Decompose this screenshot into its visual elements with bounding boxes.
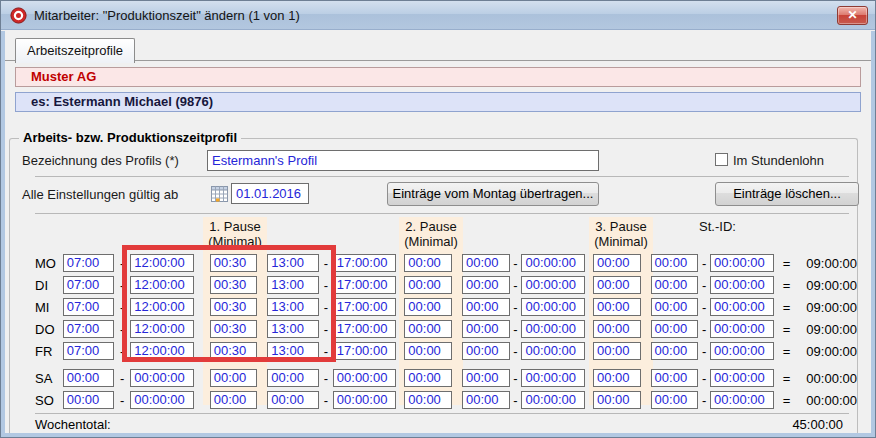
time-field-pause3[interactable]: 00:00 bbox=[593, 276, 641, 294]
time-field-pause2[interactable]: 00:00 bbox=[404, 369, 452, 387]
time-field-p3-end[interactable]: 00:00:00 bbox=[521, 342, 585, 360]
column-header-line: 3. Pause bbox=[589, 219, 653, 234]
range-dash: - bbox=[698, 344, 710, 359]
time-field-p1-end[interactable]: 12:00:00 bbox=[130, 298, 194, 316]
time-field-p2-end[interactable]: 00:00:00 bbox=[333, 369, 397, 387]
time-field-st-end[interactable]: 00:00:00 bbox=[710, 320, 774, 338]
hourly-wage-checkbox[interactable] bbox=[715, 153, 728, 166]
time-field-p3-end[interactable]: 00:00:00 bbox=[521, 254, 585, 272]
time-field-st-end[interactable]: 00:00:00 bbox=[710, 342, 774, 360]
time-field-p3-start[interactable]: 00:00 bbox=[462, 320, 510, 338]
time-field-st-end[interactable]: 00:00:00 bbox=[710, 276, 774, 294]
time-field-p2-end[interactable]: 00:00:00 bbox=[333, 391, 397, 409]
time-field-st-start[interactable]: 00:00 bbox=[651, 320, 699, 338]
time-field-p3-end[interactable]: 00:00:00 bbox=[521, 369, 585, 387]
time-field-p2-start[interactable]: 13:00 bbox=[267, 276, 319, 294]
close-button[interactable]: ✕ bbox=[837, 6, 868, 25]
range-dash: - bbox=[698, 278, 710, 293]
time-field-p2-start[interactable]: 13:00 bbox=[267, 320, 319, 338]
time-field-pause3[interactable]: 00:00 bbox=[593, 320, 641, 338]
calendar-icon[interactable] bbox=[211, 186, 228, 202]
time-field-p1-start[interactable]: 07:00 bbox=[63, 342, 115, 360]
time-field-p2-end[interactable]: 17:00:00 bbox=[333, 342, 397, 360]
time-field-p2-start[interactable]: 13:00 bbox=[267, 342, 319, 360]
time-field-st-end[interactable]: 00:00:00 bbox=[710, 298, 774, 316]
time-field-p2-start[interactable]: 00:00 bbox=[267, 391, 319, 409]
time-field-st-end[interactable]: 00:00:00 bbox=[710, 391, 774, 409]
time-field-st-end[interactable]: 00:00:00 bbox=[710, 369, 774, 387]
time-field-p3-start[interactable]: 00:00 bbox=[462, 342, 510, 360]
time-field-pause3[interactable]: 00:00 bbox=[593, 298, 641, 316]
time-field-p3-start[interactable]: 00:00 bbox=[462, 276, 510, 294]
time-field-pause1[interactable]: 00:30 bbox=[210, 342, 258, 360]
time-field-p2-end[interactable]: 17:00:00 bbox=[333, 254, 397, 272]
time-field-p2-start[interactable]: 13:00 bbox=[267, 298, 319, 316]
time-field-pause1[interactable]: 00:30 bbox=[210, 276, 258, 294]
time-field-p1-start[interactable]: 07:00 bbox=[63, 254, 115, 272]
time-field-st-start[interactable]: 00:00 bbox=[651, 342, 699, 360]
time-field-pause1[interactable]: 00:30 bbox=[210, 298, 258, 316]
time-field-pause3[interactable]: 00:00 bbox=[593, 369, 641, 387]
time-field-p3-start[interactable]: 00:00 bbox=[462, 391, 510, 409]
time-field-pause1[interactable]: 00:00 bbox=[210, 369, 258, 387]
time-field-pause3[interactable]: 00:00 bbox=[593, 254, 641, 272]
time-field-p1-start[interactable]: 00:00 bbox=[63, 369, 115, 387]
time-field-pause2[interactable]: 00:00 bbox=[404, 391, 452, 409]
time-field-pause2[interactable]: 00:00 bbox=[404, 276, 452, 294]
time-field-p1-end[interactable]: 12:00:00 bbox=[130, 320, 194, 338]
time-field-st-end[interactable]: 00:00:00 bbox=[710, 254, 774, 272]
time-field-p3-end[interactable]: 00:00:00 bbox=[521, 298, 585, 316]
column-header-pause2: 2. Pause (Minimal) bbox=[399, 219, 463, 249]
time-field-p3-end[interactable]: 00:00:00 bbox=[521, 276, 585, 294]
valid-from-date-input[interactable]: 01.01.2016 bbox=[231, 183, 309, 204]
time-field-p1-end[interactable]: 00:00:00 bbox=[130, 391, 194, 409]
equals-sign: = bbox=[780, 371, 794, 386]
time-field-p1-start[interactable]: 07:00 bbox=[63, 298, 115, 316]
range-dash: - bbox=[510, 393, 522, 408]
range-dash: - bbox=[319, 322, 333, 337]
time-field-st-start[interactable]: 00:00 bbox=[651, 298, 699, 316]
time-field-p2-start[interactable]: 13:00 bbox=[267, 254, 319, 272]
time-field-p2-end[interactable]: 17:00:00 bbox=[333, 320, 397, 338]
time-field-p1-end[interactable]: 12:00:00 bbox=[130, 254, 194, 272]
separator bbox=[35, 213, 849, 214]
time-field-p3-end[interactable]: 00:00:00 bbox=[521, 391, 585, 409]
time-field-p1-end[interactable]: 00:00:00 bbox=[130, 369, 194, 387]
time-field-st-start[interactable]: 00:00 bbox=[651, 254, 699, 272]
time-field-pause1[interactable]: 00:00 bbox=[210, 391, 258, 409]
time-field-p2-start[interactable]: 00:00 bbox=[267, 369, 319, 387]
time-field-p1-end[interactable]: 12:00:00 bbox=[130, 276, 194, 294]
table-row: SA00:00-00:00:0000:0000:00-00:00:0000:00… bbox=[10, 367, 857, 389]
equals-sign: = bbox=[780, 278, 794, 293]
time-field-pause2[interactable]: 00:00 bbox=[404, 320, 452, 338]
time-field-p1-start[interactable]: 00:00 bbox=[63, 391, 115, 409]
time-field-p1-start[interactable]: 07:00 bbox=[63, 276, 115, 294]
time-field-p1-end[interactable]: 12:00:00 bbox=[130, 342, 194, 360]
time-field-pause1[interactable]: 00:30 bbox=[210, 320, 258, 338]
time-field-pause1[interactable]: 00:30 bbox=[210, 254, 258, 272]
transfer-monday-button[interactable]: Einträge vom Montag übertragen... bbox=[387, 182, 599, 206]
time-field-p3-start[interactable]: 00:00 bbox=[462, 298, 510, 316]
range-dash: - bbox=[510, 344, 522, 359]
time-field-pause2[interactable]: 00:00 bbox=[404, 342, 452, 360]
time-field-pause2[interactable]: 00:00 bbox=[404, 254, 452, 272]
time-field-p3-start[interactable]: 00:00 bbox=[462, 369, 510, 387]
delete-entries-button[interactable]: Einträge löschen... bbox=[715, 182, 859, 206]
time-field-pause3[interactable]: 00:00 bbox=[593, 391, 641, 409]
time-field-pause3[interactable]: 00:00 bbox=[593, 342, 641, 360]
time-field-p3-end[interactable]: 00:00:00 bbox=[521, 320, 585, 338]
title-bar[interactable]: Mitarbeiter: "Produktionszeit" ändern (1… bbox=[1, 1, 875, 30]
time-field-p3-start[interactable]: 00:00 bbox=[462, 254, 510, 272]
profile-name-input[interactable]: Estermann's Profil bbox=[207, 150, 599, 171]
time-field-p1-start[interactable]: 07:00 bbox=[63, 320, 115, 338]
time-field-st-start[interactable]: 00:00 bbox=[651, 369, 699, 387]
time-field-st-start[interactable]: 00:00 bbox=[651, 276, 699, 294]
profile-name-label: Bezeichnung des Profils (*) bbox=[22, 153, 179, 168]
range-dash: - bbox=[319, 371, 333, 386]
time-field-st-start[interactable]: 00:00 bbox=[651, 391, 699, 409]
day-total: 09:00:00 bbox=[797, 278, 856, 293]
time-field-pause2[interactable]: 00:00 bbox=[404, 298, 452, 316]
time-field-p2-end[interactable]: 17:00:00 bbox=[333, 276, 397, 294]
tab-arbeitszeitprofile[interactable]: Arbeitszeitprofile bbox=[15, 38, 135, 63]
time-field-p2-end[interactable]: 17:00:00 bbox=[333, 298, 397, 316]
